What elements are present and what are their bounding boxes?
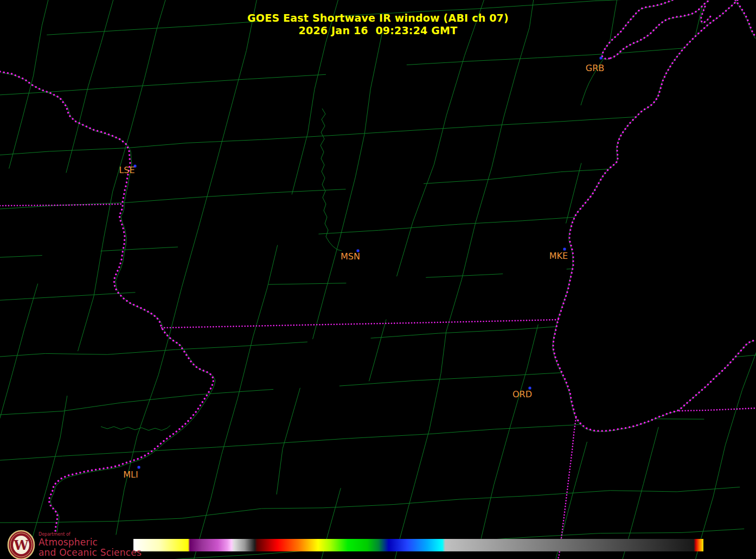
city-dot-mli bbox=[138, 466, 140, 469]
logo-text: Department of Atmospheric and Oceanic Sc… bbox=[39, 530, 142, 557]
color-scale-bar bbox=[133, 539, 703, 551]
svg-text:W: W bbox=[14, 537, 29, 553]
uw-aos-logo: W Department of Atmospheric and Oceanic … bbox=[7, 530, 142, 559]
city-label-lse: LSE bbox=[119, 165, 134, 175]
map-canvas: GRBLSEMSNMKEORDMLI bbox=[0, 0, 756, 559]
city-label-mke: MKE bbox=[549, 251, 568, 261]
city-label-ord: ORD bbox=[512, 389, 532, 399]
satellite-image-viewer: GRBLSEMSNMKEORDMLI GOES East Shortwave I… bbox=[0, 0, 756, 559]
logo-department-label: Department of bbox=[39, 532, 142, 537]
logo-name-line2: and Oceanic Sciences bbox=[39, 548, 142, 557]
city-label-mli: MLI bbox=[123, 469, 138, 480]
logo-name-line1: Atmospheric bbox=[39, 538, 142, 547]
image-title: GOES East Shortwave IR window (ABI ch 07… bbox=[0, 12, 756, 24]
city-label-msn: MSN bbox=[341, 251, 360, 262]
uw-crest-icon: W bbox=[7, 530, 35, 559]
image-timestamp: 2026 Jan 16 09:23:24 GMT bbox=[0, 24, 756, 36]
city-dot-mke bbox=[563, 248, 566, 251]
city-dot-grb bbox=[600, 57, 603, 60]
city-label-grb: GRB bbox=[586, 63, 605, 73]
